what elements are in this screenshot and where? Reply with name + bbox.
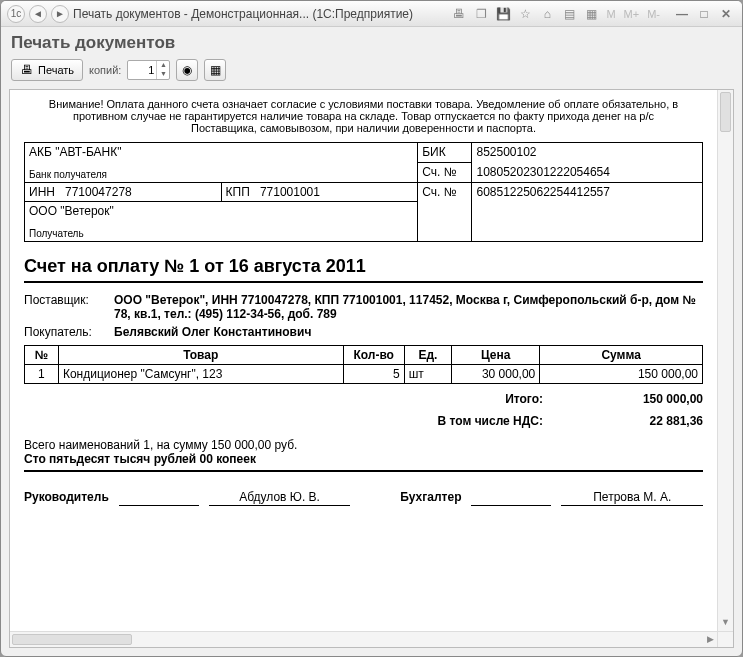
toolbar: 🖶 Печать копий: ▲ ▼ ◉ ▦	[11, 57, 732, 87]
page-header: Печать документов 🖶 Печать копий: ▲ ▼ ◉ …	[1, 27, 742, 89]
app-menu-icon[interactable]: 1c	[7, 5, 25, 23]
copies-spinner[interactable]: ▲ ▼	[127, 60, 170, 80]
calendar-icon[interactable]: ▦	[582, 5, 600, 23]
cell-sum: 150 000,00	[540, 365, 703, 384]
payee-sub: Получатель	[29, 228, 413, 239]
acc-sign-line	[471, 490, 551, 506]
copy-icon[interactable]: ❐	[472, 5, 490, 23]
mem-mplus: M+	[622, 8, 642, 20]
copies-label: копий:	[89, 64, 121, 76]
close-button[interactable]: ✕	[716, 5, 736, 23]
page-title: Печать документов	[11, 33, 732, 53]
kpp-value: 771001001	[260, 185, 320, 199]
table-row: 1 Кондиционер "Самсунг", 123 5 шт 30 000…	[25, 365, 703, 384]
acc2-label: Сч. №	[418, 183, 472, 242]
totals-row-1: Итого: 150 000,00	[24, 392, 703, 406]
preview-button[interactable]: ◉	[176, 59, 198, 81]
copies-input[interactable]	[128, 64, 156, 76]
bank-name: АКБ "АВТ-БАНК"	[29, 145, 413, 159]
nav-back-icon[interactable]: ◄	[29, 5, 47, 23]
cell-unit: шт	[404, 365, 451, 384]
total-label: Итого:	[383, 392, 543, 406]
horizontal-scrollbar[interactable]: ◀ ▶	[10, 631, 717, 647]
inn-value: 7710047278	[65, 185, 132, 199]
items-table: № Товар Кол-во Ед. Цена Сумма 1 Кондицио…	[24, 345, 703, 384]
col-goods: Товар	[58, 346, 343, 365]
vertical-scrollbar[interactable]: ▲ ▼	[717, 90, 733, 631]
sign-row: Руководитель Абдулов Ю. В. Бухгалтер Пет…	[24, 490, 703, 506]
minimize-button[interactable]: —	[672, 5, 692, 23]
app-window: 1c ◄ ► Печать документов - Демонстрацион…	[0, 0, 743, 657]
accountant-name: Петрова М. А.	[561, 490, 703, 506]
col-price: Цена	[452, 346, 540, 365]
document-content: Внимание! Оплата данного счета означает …	[10, 90, 717, 631]
vat-label: В том числе НДС:	[383, 414, 543, 428]
home-icon[interactable]: ⌂	[538, 5, 556, 23]
sum-line: Всего наименований 1, на сумму 150 000,0…	[24, 438, 703, 452]
scroll-corner	[717, 631, 733, 647]
window-title: Печать документов - Демонстрационная... …	[73, 7, 446, 21]
spin-down-icon[interactable]: ▼	[157, 70, 169, 79]
scroll-down-icon[interactable]: ▼	[718, 617, 733, 631]
accountant-label: Бухгалтер	[400, 490, 461, 506]
supplier-row: Поставщик: ООО "Ветерок", ИНН 7710047278…	[24, 293, 703, 321]
maximize-button[interactable]: □	[694, 5, 714, 23]
nav-fwd-icon[interactable]: ►	[51, 5, 69, 23]
warning-text: Внимание! Оплата данного счета означает …	[24, 96, 703, 142]
vscroll-thumb[interactable]	[720, 92, 731, 132]
print-button-label: Печать	[38, 64, 74, 76]
print-icon[interactable]: 🖶	[450, 5, 468, 23]
supplier-value: ООО "Ветерок", ИНН 7710047278, КПП 77100…	[114, 293, 703, 321]
col-qty: Кол-во	[343, 346, 404, 365]
payee-name: ООО "Ветерок"	[29, 204, 413, 218]
calc-icon[interactable]: ▤	[560, 5, 578, 23]
head-name: Абдулов Ю. В.	[209, 490, 351, 506]
vat-value: 22 881,36	[543, 414, 703, 428]
mem-m: M	[604, 8, 617, 20]
buyer-value: Белявский Олег Константинович	[114, 325, 703, 339]
bank-sub: Банк получателя	[29, 169, 413, 180]
buyer-label: Покупатель:	[24, 325, 114, 339]
inn-label: ИНН	[29, 185, 55, 199]
total-value: 150 000,00	[543, 392, 703, 406]
save-icon[interactable]: 💾	[494, 5, 512, 23]
supplier-label: Поставщик:	[24, 293, 114, 321]
document-area: Внимание! Оплата данного счета означает …	[9, 89, 734, 648]
document-title: Счет на оплату № 1 от 16 августа 2011	[24, 256, 703, 277]
mem-mminus: M-	[645, 8, 662, 20]
acc1-label: Сч. №	[418, 163, 472, 183]
sum-words: Сто пятьдесят тысяч рублей 00 копеек	[24, 452, 703, 466]
acc1-value: 10805202301222054654	[472, 163, 703, 183]
divider-bold-2	[24, 470, 703, 472]
print-button[interactable]: 🖶 Печать	[11, 59, 83, 81]
kpp-label: КПП	[226, 185, 250, 199]
col-sum: Сумма	[540, 346, 703, 365]
bik-value: 852500102	[472, 143, 703, 163]
cell-num: 1	[25, 365, 59, 384]
settings-button[interactable]: ▦	[204, 59, 226, 81]
col-unit: Ед.	[404, 346, 451, 365]
head-sign-line	[119, 490, 199, 506]
printer-icon: 🖶	[20, 63, 34, 77]
buyer-row: Покупатель: Белявский Олег Константинови…	[24, 325, 703, 339]
titlebar: 1c ◄ ► Печать документов - Демонстрацион…	[1, 1, 742, 27]
totals-row-2: В том числе НДС: 22 881,36	[24, 414, 703, 428]
divider-bold-1	[24, 281, 703, 283]
cell-qty: 5	[343, 365, 404, 384]
spin-up-icon[interactable]: ▲	[157, 61, 169, 70]
acc2-value: 60851225062254412557	[472, 183, 703, 242]
hscroll-thumb[interactable]	[12, 634, 132, 645]
col-num: №	[25, 346, 59, 365]
cell-goods: Кондиционер "Самсунг", 123	[58, 365, 343, 384]
star-icon[interactable]: ☆	[516, 5, 534, 23]
cell-price: 30 000,00	[452, 365, 540, 384]
bik-label: БИК	[418, 143, 472, 163]
head-label: Руководитель	[24, 490, 109, 506]
scroll-right-icon[interactable]: ▶	[703, 632, 717, 647]
bank-table: АКБ "АВТ-БАНК" Банк получателя БИК 85250…	[24, 142, 703, 242]
